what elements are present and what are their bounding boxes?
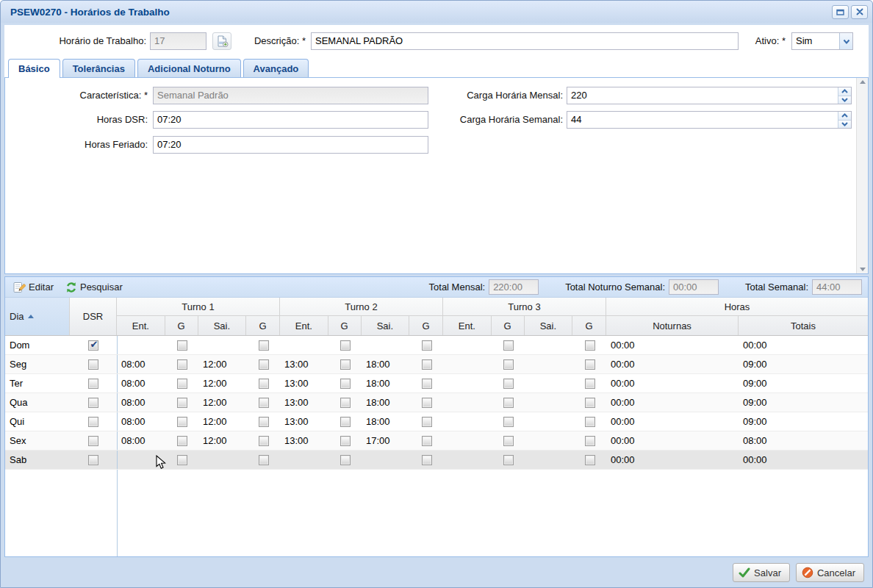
- dsr-checkbox-ter[interactable]: [88, 379, 98, 389]
- t3-sai-cell-seg[interactable]: [525, 355, 573, 373]
- pesquisar-button[interactable]: Pesquisar: [62, 280, 126, 295]
- titlebar[interactable]: PSEW0270 - Horários de Trabalho: [1, 1, 872, 23]
- t2-ent-cell-ter[interactable]: 13:00: [280, 374, 328, 392]
- tab-basico[interactable]: Básico: [8, 59, 60, 78]
- header-t1-g1[interactable]: G: [165, 316, 198, 335]
- ativo-dropdown-trigger[interactable]: [839, 33, 852, 49]
- t2-ent-cell-dom[interactable]: [280, 336, 328, 354]
- dsr-checkbox-sex[interactable]: [88, 436, 98, 446]
- descricao-field[interactable]: SEMANAL PADRÃO: [311, 32, 739, 50]
- header-t3-g2[interactable]: G: [572, 316, 606, 335]
- t2-sai-cell-qui[interactable]: 18:00: [362, 412, 410, 431]
- t3-sai-cell-sab[interactable]: [525, 451, 573, 469]
- t1-g1-checkbox-sab[interactable]: [177, 455, 187, 465]
- header-t2-g1[interactable]: G: [328, 316, 362, 335]
- t3-ent-cell-sab[interactable]: [443, 451, 492, 469]
- salvar-button[interactable]: Salvar: [733, 563, 790, 582]
- t2-g1-checkbox-qua[interactable]: [340, 398, 351, 408]
- header-t2-g2[interactable]: G: [409, 316, 442, 335]
- header-t2-sai[interactable]: Sai.: [362, 316, 410, 335]
- t2-g2-checkbox-sex[interactable]: [422, 436, 432, 446]
- t3-ent-cell-sex[interactable]: [443, 431, 492, 450]
- dsr-checkbox-qui[interactable]: [88, 417, 98, 427]
- t2-g2-checkbox-sab[interactable]: [422, 455, 432, 465]
- t1-g1-checkbox-seg[interactable]: [177, 359, 187, 370]
- t1-sai-cell-sab[interactable]: [198, 451, 247, 469]
- t3-ent-cell-seg[interactable]: [443, 355, 492, 373]
- t1-g2-checkbox-qua[interactable]: [259, 398, 269, 408]
- t2-sai-cell-ter[interactable]: 18:00: [362, 374, 410, 392]
- ativo-combobox[interactable]: Sim: [791, 32, 853, 50]
- carga-semanal-spinner[interactable]: 44: [567, 111, 852, 129]
- t2-ent-cell-sex[interactable]: 13:00: [280, 431, 328, 450]
- header-t1-ent[interactable]: Ent.: [117, 316, 165, 335]
- header-totais[interactable]: Totais: [739, 316, 868, 335]
- new-horario-button[interactable]: [212, 32, 231, 50]
- t2-sai-cell-sex[interactable]: 17:00: [362, 431, 410, 450]
- t3-g1-checkbox-seg[interactable]: [503, 359, 514, 370]
- t3-g2-checkbox-dom[interactable]: [585, 340, 595, 351]
- carga-mensal-spin-down[interactable]: [838, 96, 851, 104]
- scroll-up-icon[interactable]: [860, 80, 866, 84]
- t1-g1-checkbox-sex[interactable]: [177, 436, 187, 446]
- cancelar-button[interactable]: Cancelar: [796, 563, 864, 582]
- dsr-checkbox-sab[interactable]: [88, 455, 98, 465]
- t1-g1-checkbox-qua[interactable]: [177, 398, 187, 408]
- t1-g2-checkbox-sex[interactable]: [259, 436, 269, 446]
- grid-row-dom[interactable]: Dom✔00:0000:00: [5, 336, 868, 355]
- t3-ent-cell-qui[interactable]: [443, 412, 492, 431]
- close-button[interactable]: [851, 5, 868, 19]
- t3-g2-checkbox-sex[interactable]: [585, 436, 595, 446]
- t2-sai-cell-seg[interactable]: 18:00: [362, 355, 410, 373]
- carga-semanal-spin-down[interactable]: [838, 120, 851, 129]
- carga-mensal-spin-up[interactable]: [838, 87, 851, 96]
- t1-sai-cell-dom[interactable]: [198, 336, 247, 354]
- tab-adicional-noturno[interactable]: Adicional Noturno: [137, 59, 241, 77]
- t2-ent-cell-qui[interactable]: 13:00: [280, 412, 328, 431]
- header-noturnas[interactable]: Noturnas: [606, 316, 739, 335]
- t3-sai-cell-dom[interactable]: [525, 336, 573, 354]
- dsr-checkbox-dom[interactable]: ✔: [88, 340, 98, 351]
- t1-sai-cell-qua[interactable]: 12:00: [198, 393, 247, 412]
- t2-ent-cell-qua[interactable]: 13:00: [280, 393, 328, 412]
- t3-sai-cell-qua[interactable]: [525, 393, 573, 412]
- t2-g1-checkbox-seg[interactable]: [340, 359, 351, 370]
- t1-g2-checkbox-qui[interactable]: [259, 417, 269, 427]
- t1-g1-checkbox-dom[interactable]: [177, 340, 187, 351]
- tab-tolerancias[interactable]: Tolerâncias: [62, 59, 135, 77]
- panel-scrollbar[interactable]: [856, 78, 868, 273]
- carga-mensal-spinner[interactable]: 220: [567, 87, 852, 104]
- scroll-down-icon[interactable]: [860, 268, 866, 271]
- t3-g1-checkbox-sab[interactable]: [503, 455, 514, 465]
- t3-g1-checkbox-dom[interactable]: [503, 340, 514, 351]
- header-turno2[interactable]: Turno 2: [280, 298, 442, 316]
- grid-row-sex[interactable]: Sex08:0012:0013:0017:0000:0008:00: [5, 431, 868, 451]
- t1-g2-checkbox-ter[interactable]: [259, 379, 269, 389]
- header-horas[interactable]: Horas: [606, 298, 868, 316]
- header-t1-sai[interactable]: Sai.: [198, 316, 247, 335]
- t2-g2-checkbox-ter[interactable]: [422, 379, 432, 389]
- t3-ent-cell-dom[interactable]: [443, 336, 492, 354]
- t3-sai-cell-ter[interactable]: [525, 374, 573, 392]
- t2-g2-checkbox-dom[interactable]: [422, 340, 432, 351]
- t1-sai-cell-sex[interactable]: 12:00: [198, 431, 247, 450]
- header-dsr[interactable]: DSR: [70, 298, 117, 335]
- t3-g2-checkbox-qua[interactable]: [585, 398, 595, 408]
- horas-feriado-field[interactable]: 07:20: [153, 136, 428, 154]
- restore-button[interactable]: [832, 5, 849, 19]
- t1-ent-cell-sex[interactable]: 08:00: [117, 431, 165, 450]
- editar-button[interactable]: Editar: [10, 280, 57, 295]
- t2-sai-cell-qua[interactable]: 18:00: [362, 393, 410, 412]
- t3-sai-cell-sex[interactable]: [525, 431, 573, 450]
- t1-ent-cell-dom[interactable]: [117, 336, 165, 354]
- t2-g1-checkbox-qui[interactable]: [340, 417, 351, 427]
- t3-g2-checkbox-seg[interactable]: [585, 359, 595, 370]
- t2-g2-checkbox-qui[interactable]: [422, 417, 432, 427]
- dsr-checkbox-qua[interactable]: [88, 398, 98, 408]
- t1-ent-cell-ter[interactable]: 08:00: [117, 374, 165, 392]
- t2-sai-cell-sab[interactable]: [362, 451, 410, 469]
- t3-g2-checkbox-sab[interactable]: [585, 455, 595, 465]
- t1-sai-cell-qui[interactable]: 12:00: [198, 412, 247, 431]
- t3-g1-checkbox-qua[interactable]: [503, 398, 514, 408]
- header-dia[interactable]: Dia: [5, 298, 70, 335]
